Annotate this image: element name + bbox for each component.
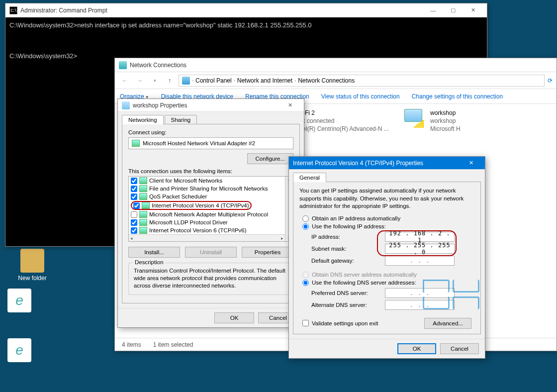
dns1-input[interactable]: . . .: [385, 288, 455, 298]
validate-checkbox[interactable]: Validate settings upon exit: [302, 320, 378, 326]
crumb-cp[interactable]: Control Panel: [195, 77, 232, 84]
items-label: This connection uses the following items…: [128, 168, 293, 174]
network-icon: [119, 61, 127, 69]
tab-networking[interactable]: Networking: [122, 115, 164, 124]
properties-button[interactable]: Properties: [242, 247, 293, 258]
protocol-icon: [139, 211, 147, 218]
props-titlebar[interactable]: workshop Properties ✕: [118, 99, 304, 112]
conn-adapter: Microsoft H: [430, 125, 461, 133]
protocol-icon: [139, 177, 147, 184]
cancel-button[interactable]: Cancel: [440, 343, 479, 354]
crumb-net[interactable]: Network and Internet: [237, 77, 292, 84]
radio-input: [302, 272, 309, 278]
nav-forward[interactable]: →: [134, 75, 146, 87]
mask-label: Subnet mask:: [311, 246, 381, 252]
ok-button[interactable]: OK: [214, 312, 254, 323]
protocol-list[interactable]: Client for Microsoft Networks File and P…: [128, 176, 293, 242]
gw-input[interactable]: . . .: [385, 256, 455, 266]
protocol-icon: [139, 193, 147, 200]
nav-up[interactable]: ↑: [164, 75, 176, 87]
item-label: Internet Protocol Version 4 (TCP/IPv4): [152, 202, 249, 208]
crumb-sep: ›: [192, 78, 193, 83]
mask-input[interactable]: 255 . 255 . 255 . 0: [385, 244, 455, 254]
view-status-link[interactable]: View status of this connection: [321, 93, 400, 100]
radio-auto-ip[interactable]: Obtain an IP address automatically: [302, 215, 471, 222]
dns1-label: Preferred DNS server:: [311, 290, 381, 296]
item-checkbox[interactable]: [131, 219, 137, 226]
change-settings-link[interactable]: Change settings of this connection: [412, 93, 503, 100]
ipv4-titlebar[interactable]: Internet Protocol Version 4 (TCP/IPv4) P…: [289, 157, 485, 170]
minimize-button[interactable]: —: [423, 4, 443, 17]
item-checkbox[interactable]: [131, 178, 137, 184]
refresh-icon[interactable]: ⟳: [548, 77, 553, 84]
configure-button[interactable]: Configure...: [247, 153, 293, 164]
props-title: workshop Properties: [133, 102, 280, 109]
item-label: QoS Packet Scheduler: [149, 194, 207, 199]
dns2-input[interactable]: . . .: [385, 300, 455, 310]
scroll-left-icon[interactable]: ◂: [130, 236, 133, 241]
status-item-count: 4 items: [122, 341, 141, 348]
tab-sharing[interactable]: Sharing: [165, 115, 197, 124]
conn-name: workshop: [430, 109, 461, 117]
item-label: File and Printer Sharing for Microsoft N…: [149, 186, 268, 192]
status-selected-count: 1 item selected: [153, 341, 193, 348]
cp-icon: [182, 77, 190, 85]
desc-legend: Description: [133, 259, 166, 265]
checkbox-input[interactable]: [302, 320, 309, 326]
radio-input[interactable]: [302, 215, 309, 222]
app-icon: e: [7, 338, 31, 362]
ipv4-button-row: OK Cancel: [289, 339, 485, 358]
maximize-button[interactable]: ▢: [443, 4, 463, 17]
desc-text: Transmission Control Protocol/Internet P…: [134, 267, 288, 290]
list-item: Client for Microsoft Networks: [129, 177, 293, 185]
ip-input[interactable]: 192 . 168 . 2 . 1: [385, 232, 455, 242]
nav-recent[interactable]: ▾: [149, 75, 161, 87]
connect-using-label: Connect using:: [128, 129, 293, 135]
conn-status: workshop: [430, 117, 461, 125]
cmd-line-2: C:\Windows\system32>: [9, 52, 77, 60]
hscrollbar[interactable]: ◂▸: [129, 234, 285, 241]
tab-general[interactable]: General: [293, 173, 326, 182]
crumb-nc[interactable]: Network Connections: [298, 77, 355, 84]
conn-status: Not connected: [296, 117, 389, 125]
list-item: Microsoft LLDP Protocol Driver: [129, 218, 293, 226]
cmd-line-1: C:\Windows\system32>netsh interface ip s…: [9, 21, 312, 29]
nav-back[interactable]: ←: [119, 75, 131, 87]
ipv4-tab-body: You can get IP settings assigned automat…: [293, 182, 481, 334]
item-label: Internet Protocol Version 6 (TCP/IPv6): [149, 227, 247, 233]
cmd-titlebar[interactable]: C:\ Administrator: Command Prompt — ▢ ✕: [5, 3, 487, 17]
ipv4-intro: You can get IP settings assigned automat…: [299, 187, 474, 210]
nc-title: Network Connections: [130, 62, 553, 69]
install-button[interactable]: Install...: [128, 247, 180, 258]
props-button-row: OK Cancel: [118, 308, 304, 327]
radio-static-ip[interactable]: Use the following IP address:: [302, 223, 471, 230]
radio-input[interactable]: [302, 280, 309, 286]
item-label: Microsoft LLDP Protocol Driver: [149, 219, 228, 225]
item-checkbox[interactable]: [133, 202, 140, 209]
item-label: Client for Microsoft Networks: [149, 178, 222, 184]
conn-name: Wi-Fi 2: [296, 109, 389, 117]
radio-input[interactable]: [302, 223, 309, 230]
radio-static-dns[interactable]: Use the following DNS server addresses:: [302, 280, 471, 286]
advanced-button[interactable]: Advanced...: [424, 318, 471, 329]
close-button[interactable]: ✕: [280, 99, 300, 112]
close-button[interactable]: ✕: [463, 4, 483, 17]
desktop-icon-4[interactable]: e: [2, 338, 37, 364]
adapter-field: Microsoft Hosted Network Virtual Adapter…: [128, 137, 293, 149]
adapter-icon: [122, 101, 130, 109]
item-checkbox[interactable]: [131, 211, 137, 218]
close-button[interactable]: ✕: [461, 157, 481, 170]
connection-workshop[interactable]: workshop workshop Microsoft H: [404, 109, 464, 133]
item-checkbox[interactable]: [131, 186, 137, 192]
breadcrumb[interactable]: › Control Panel › Network and Internet ›…: [179, 75, 545, 87]
nc-titlebar[interactable]: Network Connections: [115, 58, 557, 72]
desktop-new-folder[interactable]: New folder: [15, 249, 50, 282]
item-label: Microsoft Network Adapter Multiplexor Pr…: [149, 211, 268, 217]
desktop-icon-3[interactable]: e: [2, 289, 37, 314]
ok-button[interactable]: OK: [397, 343, 436, 354]
item-checkbox[interactable]: [131, 194, 137, 200]
ip-label: IP address:: [311, 234, 381, 240]
item-checkbox[interactable]: [131, 227, 137, 234]
scroll-right-icon[interactable]: ▸: [281, 236, 283, 241]
list-item: File and Printer Sharing for Microsoft N…: [129, 185, 293, 193]
